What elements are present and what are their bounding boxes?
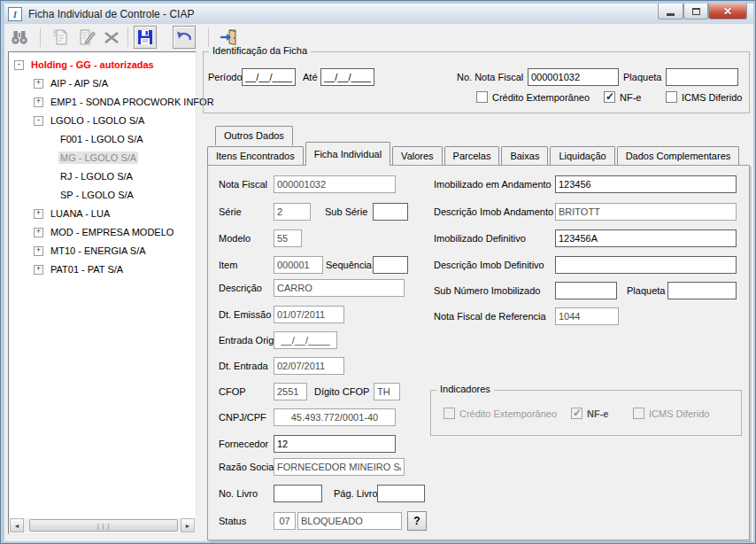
ind-nfe-label: NF-e xyxy=(587,408,608,419)
icms-diferido-label: ICMS Diferido xyxy=(682,92,742,103)
serie-input[interactable] xyxy=(274,203,311,221)
sub-serie-input[interactable] xyxy=(373,203,408,221)
expand-icon[interactable]: + xyxy=(34,246,43,256)
tree-item-pat01[interactable]: +PAT01 - PAT S/A xyxy=(34,261,125,277)
status-help-button[interactable]: ? xyxy=(407,511,427,531)
find-button[interactable] xyxy=(8,26,31,49)
company-tree: -Holding - GG - autorizadas +AIP - AIP S… xyxy=(8,51,197,534)
modelo-input[interactable] xyxy=(274,229,302,247)
tab-parcelas[interactable]: Parcelas xyxy=(444,146,500,166)
status-label: Status xyxy=(219,516,246,526)
desc-imob-definitivo-input[interactable] xyxy=(555,256,737,274)
nfe-label: NF-e xyxy=(620,92,641,103)
ind-icms-label: ICMS Diferido xyxy=(649,408,709,419)
digito-cfop-input[interactable] xyxy=(374,383,400,400)
periodo-label: Período xyxy=(208,72,243,82)
title-bar[interactable]: I Ficha Individual de Controle - CIAP ✕ xyxy=(4,4,753,24)
expand-icon[interactable]: + xyxy=(34,79,43,89)
new-button[interactable] xyxy=(49,26,72,49)
nf-referencia-label: Nota Fiscal de Referencia xyxy=(434,311,546,322)
delete-button[interactable] xyxy=(100,26,123,49)
razao-social-input[interactable] xyxy=(274,458,405,476)
tab-liquidacao[interactable]: Liquidação xyxy=(550,146,614,166)
periodo-input[interactable] xyxy=(242,68,296,86)
razao-social-label: Razão Social xyxy=(219,462,276,472)
status-desc-input[interactable] xyxy=(297,512,402,530)
expand-icon[interactable]: + xyxy=(34,97,43,107)
dt-entrada-input[interactable] xyxy=(274,357,344,375)
item-input[interactable] xyxy=(274,256,323,274)
scroll-thumb[interactable]: ||| xyxy=(29,519,178,532)
sub-serie-label: Sub Série xyxy=(325,206,367,217)
toolbar xyxy=(4,24,753,50)
minimize-icon xyxy=(667,13,675,16)
expand-icon[interactable]: + xyxy=(34,265,43,275)
tab-valores[interactable]: Valores xyxy=(392,146,442,166)
cnpj-cpf-input[interactable] xyxy=(274,408,396,426)
ind-nfe-checkbox[interactable] xyxy=(571,408,582,419)
status-code-input[interactable] xyxy=(274,512,296,530)
plaqueta-input[interactable] xyxy=(667,282,737,299)
maximize-button[interactable] xyxy=(683,4,708,19)
fornecedor-input[interactable] xyxy=(274,435,396,453)
ind-credito-checkbox-row: Crédito Extemporâneo xyxy=(444,408,557,419)
tab-ficha-individual[interactable]: Ficha Individual xyxy=(305,142,390,166)
credito-extemporaneo-checkbox[interactable] xyxy=(476,91,488,103)
tab-itens-encontrados[interactable]: Itens Encontrados xyxy=(207,146,304,166)
cfop-input[interactable] xyxy=(274,383,307,400)
tree-item-rj[interactable]: RJ - LGOLO S/A xyxy=(58,168,135,184)
edit-button[interactable] xyxy=(75,26,98,49)
expand-icon[interactable]: + xyxy=(34,228,43,237)
tab-dados-complementares[interactable]: Dados Complementares xyxy=(617,146,740,166)
pag-livro-input[interactable] xyxy=(377,485,425,502)
imob-andamento-input[interactable] xyxy=(555,175,737,193)
minimize-button[interactable] xyxy=(658,4,683,19)
tree-item-lgolo[interactable]: -LGOLO - LGOLO S/A xyxy=(34,113,146,128)
sub-numero-imob-input[interactable] xyxy=(555,282,617,299)
serie-label: Série xyxy=(219,206,242,217)
tree-item-holding[interactable]: -Holding - GG - autorizadas xyxy=(14,57,156,73)
no-nota-fiscal-input[interactable] xyxy=(528,68,619,86)
icms-diferido-checkbox[interactable] xyxy=(666,91,677,103)
ind-icms-checkbox-row: ICMS Diferido xyxy=(633,408,709,419)
tab-outros-dados[interactable]: Outros Dados xyxy=(215,126,293,145)
collapse-icon[interactable]: - xyxy=(34,116,43,126)
imob-definitivo-input[interactable] xyxy=(555,229,737,247)
fornecedor-label: Fornecedor xyxy=(219,439,268,449)
scroll-left-button[interactable]: ◄ xyxy=(10,518,24,532)
descricao-input[interactable] xyxy=(274,279,405,297)
tree-item-f001[interactable]: F001 - LGOLO S/A xyxy=(58,131,145,147)
nf-referencia-input[interactable] xyxy=(555,307,619,325)
collapse-icon[interactable]: - xyxy=(14,60,24,70)
nfe-checkbox[interactable] xyxy=(604,91,615,103)
save-button[interactable] xyxy=(134,26,157,49)
ate-input[interactable] xyxy=(320,68,374,86)
window-content: -Holding - GG - autorizadas +AIP - AIP S… xyxy=(4,24,753,541)
ind-credito-checkbox[interactable] xyxy=(444,408,455,419)
dt-emissao-input[interactable] xyxy=(274,306,344,323)
tab-strip: Itens Encontrados Ficha Individual Valor… xyxy=(207,145,741,166)
tree-item-luana[interactable]: +LUANA - LUA xyxy=(34,206,112,221)
tree-item-aip[interactable]: +AIP - AIP S/A xyxy=(34,75,110,91)
close-button[interactable]: ✕ xyxy=(708,4,747,19)
no-livro-input[interactable] xyxy=(274,485,322,502)
tree-item-mg[interactable]: MG - LGOLO S/A xyxy=(58,150,138,166)
ind-icms-checkbox[interactable] xyxy=(633,408,644,419)
imob-definitivo-label: Imobilizado Definitivo xyxy=(434,233,526,244)
tree-item-emp1[interactable]: +EMP1 - SONDA PROCWORK INFOR xyxy=(34,94,216,110)
tree-item-mt10[interactable]: +MT10 - ENERGIA S/A xyxy=(34,243,148,259)
expand-icon[interactable]: + xyxy=(34,209,43,219)
tab-baixas[interactable]: Baixas xyxy=(501,146,548,166)
sequencia-input[interactable] xyxy=(373,256,408,274)
nota-fiscal-input[interactable] xyxy=(274,175,396,193)
entrada-orig-input[interactable] xyxy=(274,331,337,349)
tree-item-mod[interactable]: +MOD - EMPRESA MODELO xyxy=(34,224,175,240)
plaqueta-header-input[interactable] xyxy=(666,68,738,86)
tree-item-sp[interactable]: SP - LGOLO S/A xyxy=(58,187,135,203)
scroll-right-button[interactable]: ► xyxy=(181,518,195,532)
horizontal-scrollbar[interactable]: ◄ ||| ► xyxy=(10,518,195,532)
undo-button[interactable] xyxy=(173,26,196,49)
ate-label: Até xyxy=(303,72,318,82)
identificacao-legend: Identificação da Ficha xyxy=(209,45,311,56)
desc-imob-andamento-input[interactable] xyxy=(555,203,737,221)
